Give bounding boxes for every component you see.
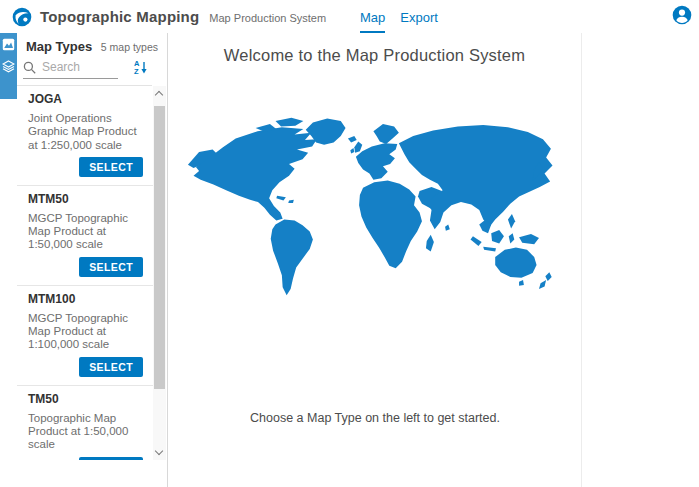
map-type-name: MTM50 <box>28 193 143 206</box>
sort-letter-z: Z <box>134 68 139 76</box>
chevron-up-icon[interactable] <box>155 91 163 99</box>
map-type-count: 5 map types <box>101 41 158 53</box>
panel-header: Map Types 5 map types <box>26 39 158 54</box>
map-types-panel: Map Types 5 map types A Z JOGA Joint Ope… <box>0 33 168 487</box>
basemap-icon[interactable] <box>2 38 15 51</box>
nav-item-label: Export <box>400 10 438 25</box>
chevron-down-icon[interactable] <box>155 447 163 455</box>
app-subtitle: Map Production System <box>209 10 326 24</box>
scrollbar-thumb[interactable] <box>154 106 165 389</box>
map-type-description: Topographic Map Product at 1:50,000 scal… <box>28 412 143 452</box>
main-area: Welcome to the Map Production System <box>168 33 699 487</box>
map-type-name: MTM100 <box>28 293 143 306</box>
select-button[interactable]: SELECT <box>79 157 143 177</box>
welcome-panel: Welcome to the Map Production System <box>168 33 582 487</box>
map-type-list: JOGA Joint Operations Graphic Map Produc… <box>17 86 153 460</box>
world-map-graphic <box>176 105 574 304</box>
map-type-description: MGCP Topographic Map Product at 1:50,000… <box>28 212 143 252</box>
map-type-item-mtm50: MTM50 MGCP Topographic Map Product at 1:… <box>17 186 153 286</box>
select-button[interactable]: SELECT <box>79 257 143 277</box>
select-button[interactable]: SELECT <box>79 357 143 377</box>
map-type-item-joga: JOGA Joint Operations Graphic Map Produc… <box>17 86 153 186</box>
map-type-description: Joint Operations Graphic Map Product at … <box>28 112 143 152</box>
instruction-text: Choose a Map Type on the left to get sta… <box>168 411 582 425</box>
app-header: Topographic Mapping Map Production Syste… <box>0 0 699 33</box>
sort-arrow-down <box>141 61 147 74</box>
globe-icon <box>12 7 32 27</box>
nav-item-export[interactable]: Export <box>400 0 438 33</box>
app-title: Topographic Mapping <box>40 8 199 25</box>
map-type-name: TM50 <box>28 393 143 406</box>
map-type-item-mtm100: MTM100 MGCP Topographic Map Product at 1… <box>17 286 153 386</box>
action-bar <box>0 33 17 99</box>
account-icon[interactable] <box>672 5 692 25</box>
panel-title: Map Types <box>26 39 92 54</box>
top-nav: MapExport <box>360 0 438 33</box>
nav-item-map[interactable]: Map <box>360 0 385 33</box>
welcome-title: Welcome to the Map Production System <box>168 46 581 65</box>
search-box <box>23 60 118 79</box>
map-type-item-tm50: TM50 Topographic Map Product at 1:50,000… <box>17 386 153 460</box>
sort-alpha-down-icon[interactable]: A Z <box>134 60 147 75</box>
search-icon <box>23 61 36 74</box>
sidebar-scrollbar[interactable] <box>153 86 166 460</box>
nav-item-label: Map <box>360 10 385 25</box>
layers-icon[interactable] <box>2 60 15 73</box>
select-button[interactable]: SELECT <box>79 457 143 460</box>
map-type-description: MGCP Topographic Map Product at 1:100,00… <box>28 312 143 352</box>
map-type-name: JOGA <box>28 93 143 106</box>
search-input[interactable] <box>42 60 116 74</box>
